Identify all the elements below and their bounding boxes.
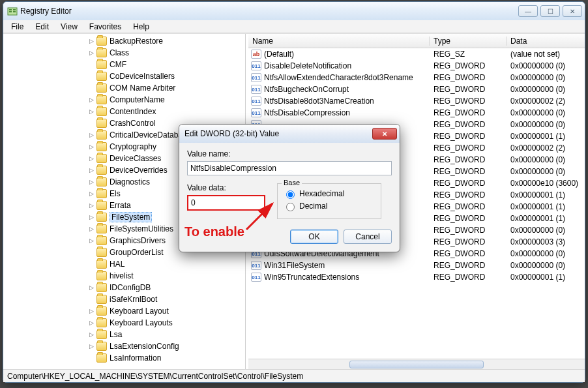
column-name[interactable]: Name bbox=[248, 37, 430, 46]
expand-toggle-icon[interactable]: ▷ bbox=[88, 226, 95, 233]
folder-icon bbox=[96, 72, 107, 81]
expand-toggle-icon[interactable]: ▷ bbox=[88, 320, 95, 327]
tree-item[interactable]: ▷BackupRestore bbox=[3, 35, 245, 47]
expand-toggle-icon[interactable] bbox=[88, 61, 95, 68]
value-data: 0x00000003 (3) bbox=[507, 237, 585, 246]
dialog-close-button[interactable]: ✕ bbox=[372, 128, 397, 140]
value-data: 0x00000000 (0) bbox=[507, 155, 585, 164]
radio-hex[interactable]: Hexadecimal bbox=[283, 188, 375, 199]
expand-toggle-icon[interactable]: ▷ bbox=[88, 108, 95, 115]
value-data: 0x00000001 (1) bbox=[507, 214, 585, 223]
expand-toggle-icon[interactable]: ▷ bbox=[88, 284, 95, 291]
menu-help[interactable]: Help bbox=[128, 22, 154, 32]
tree-item[interactable]: HAL bbox=[3, 258, 245, 270]
tree-item[interactable]: ▷LsaExtensionConfig bbox=[3, 340, 245, 352]
tree-item[interactable]: ▷Class bbox=[3, 47, 245, 59]
tree-item[interactable]: CoDeviceInstallers bbox=[3, 70, 245, 82]
expand-toggle-icon[interactable]: ▷ bbox=[88, 143, 95, 151]
expand-toggle-icon[interactable]: ▷ bbox=[88, 155, 95, 162]
value-data: (value not set) bbox=[507, 50, 585, 59]
horizontal-scrollbar[interactable] bbox=[248, 359, 585, 369]
list-row[interactable]: NtfsDisableCompressionREG_DWORD0x0000000… bbox=[248, 107, 585, 119]
tree-item-label: iSafeKrnlBoot bbox=[110, 295, 157, 304]
tree-item-label: Keyboard Layouts bbox=[110, 318, 173, 327]
list-row[interactable]: NtfsBugcheckOnCorruptREG_DWORD0x00000000… bbox=[248, 83, 585, 95]
expand-toggle-icon[interactable]: ▷ bbox=[88, 331, 95, 338]
column-data[interactable]: Data bbox=[507, 37, 585, 46]
tree-item[interactable]: hivelist bbox=[3, 270, 245, 282]
expand-toggle-icon[interactable] bbox=[88, 73, 95, 80]
tree-item-label: CMF bbox=[110, 60, 126, 69]
expand-toggle-icon[interactable] bbox=[88, 249, 95, 256]
tree-item[interactable]: ▷Keyboard Layouts bbox=[3, 317, 245, 329]
value-type: REG_DWORD bbox=[430, 97, 507, 106]
list-header: Name Type Data bbox=[248, 34, 585, 48]
radio-dec-input[interactable] bbox=[286, 203, 295, 211]
tree-item[interactable]: iSafeKrnlBoot bbox=[3, 293, 245, 305]
tree-item[interactable]: COM Name Arbiter bbox=[3, 82, 245, 94]
expand-toggle-icon[interactable]: ▷ bbox=[88, 190, 95, 198]
minimize-button[interactable]: — bbox=[518, 5, 538, 17]
folder-icon bbox=[96, 107, 107, 116]
close-button[interactable]: ✕ bbox=[563, 5, 582, 17]
radio-dec[interactable]: Decimal bbox=[283, 201, 375, 211]
expand-toggle-icon[interactable]: ▷ bbox=[88, 50, 95, 57]
expand-toggle-icon[interactable]: ▷ bbox=[88, 179, 95, 186]
list-row[interactable]: NtfsAllowExtendedCharacter8dot3RenameREG… bbox=[248, 72, 585, 83]
tree-item-label: hivelist bbox=[110, 271, 134, 280]
dialog-title: Edit DWORD (32-bit) Value bbox=[184, 129, 279, 138]
folder-icon bbox=[96, 60, 107, 69]
expand-toggle-icon[interactable] bbox=[88, 296, 95, 303]
value-data-input[interactable] bbox=[187, 195, 265, 211]
list-row[interactable]: (Default)REG_SZ(value not set) bbox=[248, 48, 585, 60]
list-row[interactable]: DisableDeleteNotificationREG_DWORD0x0000… bbox=[248, 60, 585, 72]
tree-item[interactable]: ▷IDConfigDB bbox=[3, 282, 245, 293]
expand-toggle-icon[interactable]: ▷ bbox=[88, 167, 95, 174]
value-type: REG_DWORD bbox=[430, 155, 507, 164]
list-row[interactable]: Win95TruncatedExtensionsREG_DWORD0x00000… bbox=[248, 271, 585, 283]
tree-item-label: FileSystem bbox=[110, 212, 152, 222]
expand-toggle-icon[interactable]: ▷ bbox=[88, 38, 95, 45]
expand-toggle-icon[interactable] bbox=[88, 273, 95, 280]
expand-toggle-icon[interactable] bbox=[88, 261, 95, 268]
expand-toggle-icon[interactable]: ▷ bbox=[88, 237, 95, 245]
tree-item[interactable]: ▷Lsa bbox=[3, 329, 245, 340]
expand-toggle-icon[interactable]: ▷ bbox=[88, 132, 95, 139]
expand-toggle-icon[interactable]: ▷ bbox=[88, 308, 95, 315]
folder-icon bbox=[96, 130, 107, 140]
expand-toggle-icon[interactable] bbox=[88, 85, 95, 92]
expand-toggle-icon[interactable]: ▷ bbox=[88, 202, 95, 209]
folder-icon bbox=[96, 213, 107, 222]
list-row[interactable]: NtfsDisable8dot3NameCreationREG_DWORD0x0… bbox=[248, 95, 585, 107]
value-type: REG_DWORD bbox=[430, 143, 507, 153]
tree-item[interactable]: CMF bbox=[3, 59, 245, 70]
tree-item[interactable]: ▷ComputerName bbox=[3, 94, 245, 106]
ok-button[interactable]: OK bbox=[290, 230, 338, 244]
expand-toggle-icon[interactable]: ▷ bbox=[88, 97, 95, 104]
tree-item-label: Class bbox=[110, 48, 129, 57]
menu-edit[interactable]: Edit bbox=[30, 22, 54, 32]
dialog-titlebar[interactable]: Edit DWORD (32-bit) Value ✕ bbox=[179, 125, 400, 143]
tree-item[interactable]: LsaInformation bbox=[3, 352, 245, 364]
menu-favorites[interactable]: Favorites bbox=[84, 22, 126, 32]
expand-toggle-icon[interactable] bbox=[88, 355, 95, 362]
radio-hex-input[interactable] bbox=[286, 190, 295, 199]
value-type: REG_DWORD bbox=[430, 202, 507, 211]
value-data: 0x00000000 (0) bbox=[507, 120, 585, 129]
cancel-button[interactable]: Cancel bbox=[344, 230, 392, 244]
tree-item[interactable]: ▷ContentIndex bbox=[3, 106, 245, 117]
folder-icon bbox=[96, 201, 107, 210]
value-name: DisableDeleteNotification bbox=[264, 61, 351, 70]
expand-toggle-icon[interactable]: ▷ bbox=[88, 214, 95, 221]
expand-toggle-icon[interactable] bbox=[88, 120, 95, 127]
maximize-button[interactable]: ☐ bbox=[540, 5, 560, 17]
expand-toggle-icon[interactable]: ▷ bbox=[88, 343, 95, 350]
menu-file[interactable]: File bbox=[6, 22, 29, 32]
titlebar[interactable]: Registry Editor — ☐ ✕ bbox=[3, 2, 585, 20]
tree-item[interactable]: ▷Keyboard Layout bbox=[3, 305, 245, 317]
list-row[interactable]: Win31FileSystemREG_DWORD0x00000000 (0) bbox=[248, 260, 585, 271]
value-name-input[interactable] bbox=[187, 161, 392, 175]
column-type[interactable]: Type bbox=[430, 37, 507, 46]
folder-icon bbox=[96, 119, 107, 128]
menu-view[interactable]: View bbox=[55, 22, 83, 32]
